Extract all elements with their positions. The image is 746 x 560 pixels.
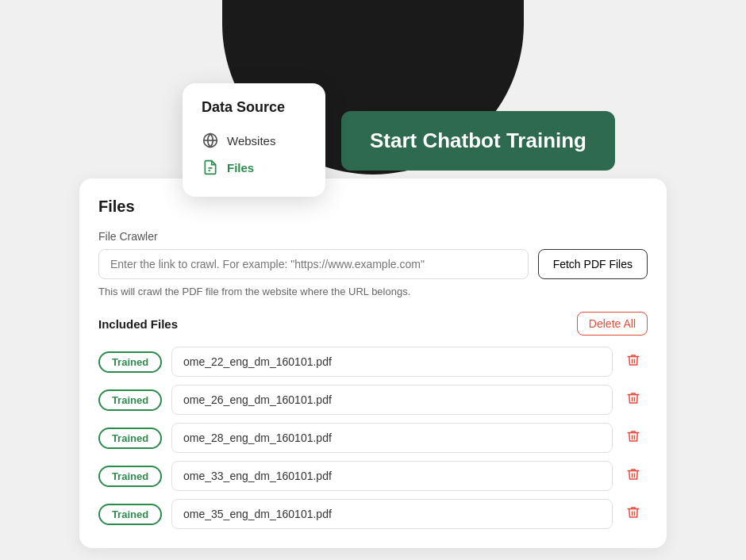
datasource-files-label: Files — [227, 161, 254, 175]
datasource-card: Data Source Websites Files — [183, 83, 325, 197]
crawler-row: Fetch PDF Files — [98, 249, 648, 279]
file-crawler-label: File Crawler — [98, 230, 648, 243]
file-name: ome_22_eng_dm_160101.pdf — [171, 347, 613, 377]
file-icon — [202, 159, 219, 176]
delete-file-button[interactable] — [622, 429, 644, 447]
start-training-button[interactable]: Start Chatbot Training — [341, 111, 615, 171]
datasource-title: Data Source — [202, 99, 306, 116]
fetch-pdf-button[interactable]: Fetch PDF Files — [538, 249, 648, 279]
file-name: ome_33_eng_dm_160101.pdf — [171, 461, 613, 491]
file-row: Trainedome_22_eng_dm_160101.pdf — [98, 347, 644, 377]
trained-badge: Trained — [98, 504, 162, 525]
delete-all-button[interactable]: Delete All — [577, 312, 648, 336]
delete-file-button[interactable] — [622, 467, 644, 485]
file-name: ome_35_eng_dm_160101.pdf — [171, 499, 613, 529]
included-header: Included Files Delete All — [98, 312, 648, 336]
panel-title: Files — [98, 198, 648, 216]
delete-file-button[interactable] — [622, 391, 644, 409]
file-name: ome_28_eng_dm_160101.pdf — [171, 423, 613, 453]
crawler-hint: This will crawl the PDF file from the we… — [98, 286, 648, 297]
included-files-label: Included Files — [98, 317, 178, 331]
file-row: Trainedome_26_eng_dm_160101.pdf — [98, 385, 644, 415]
delete-file-button[interactable] — [622, 505, 644, 524]
datasource-item-files[interactable]: Files — [202, 154, 306, 181]
file-name: ome_26_eng_dm_160101.pdf — [171, 385, 613, 415]
file-row: Trainedome_28_eng_dm_160101.pdf — [98, 423, 644, 453]
datasource-item-websites[interactable]: Websites — [202, 127, 306, 154]
files-list: Trainedome_22_eng_dm_160101.pdf Trainedo… — [98, 347, 648, 529]
crawler-input[interactable] — [98, 249, 529, 279]
trained-badge: Trained — [98, 428, 162, 449]
delete-file-button[interactable] — [622, 353, 644, 371]
file-row: Trainedome_35_eng_dm_160101.pdf — [98, 499, 644, 529]
trained-badge: Trained — [98, 389, 162, 411]
trained-badge: Trained — [98, 351, 162, 373]
files-panel: Files File Crawler Fetch PDF Files This … — [79, 178, 667, 548]
file-row: Trainedome_33_eng_dm_160101.pdf — [98, 461, 644, 491]
trained-badge: Trained — [98, 466, 162, 487]
datasource-websites-label: Websites — [227, 134, 275, 148]
globe-icon — [202, 132, 219, 149]
